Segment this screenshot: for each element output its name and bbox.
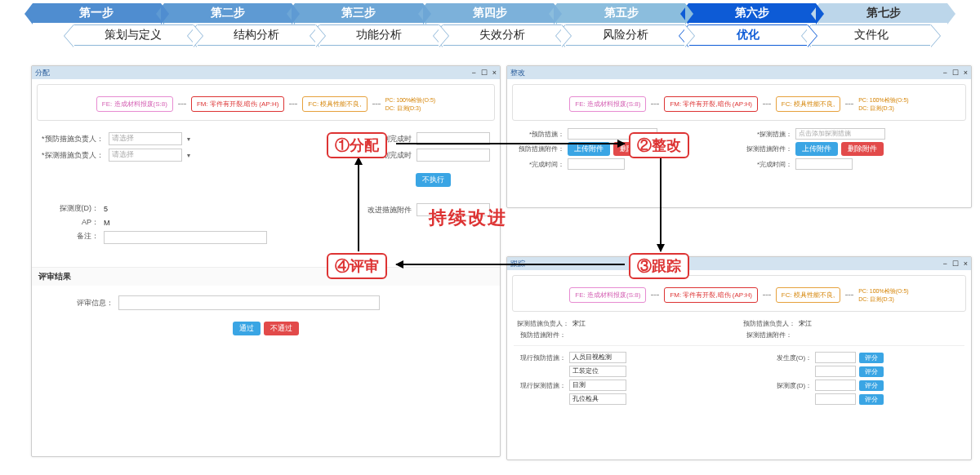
det-owner-label-c: 探测措施负责人：	[517, 319, 569, 328]
window-controls-c: − ☐ ×	[942, 260, 968, 268]
prev-owner-value: 宋江	[799, 319, 831, 328]
substep-7[interactable]: 文件化	[811, 24, 931, 46]
substep-6[interactable]: 优化	[688, 24, 808, 46]
substep-3[interactable]: 功能分析	[319, 24, 439, 46]
det-measure-input[interactable]: 点击添加探测措施	[795, 128, 885, 140]
cur-det-label: 现行探测措施：	[517, 381, 566, 390]
ap-label: AP：	[42, 217, 99, 228]
step-7[interactable]: 第七步	[819, 3, 947, 23]
upload-button[interactable]: 上传附件	[795, 142, 838, 156]
stage-2-label: ②整改	[629, 132, 689, 158]
detect-d-label: 探测度(D)：	[42, 203, 99, 214]
cur-det-val-0: 目测	[569, 380, 626, 391]
detect-d-value: 5	[104, 205, 136, 213]
cur-prev-val-0: 人员目视检测	[569, 352, 626, 363]
node-pc-dc: PC: 100%检验(O:5)DC: 目测(D:3)	[385, 96, 435, 111]
step-3[interactable]: 第三步	[295, 3, 423, 23]
improve-attach-label: 改进措施附件	[354, 205, 412, 215]
node-fm: FM: 零件有开裂,暗伤 (AP:H)	[191, 96, 284, 112]
cur-prev-label: 现行预防措施：	[517, 353, 566, 362]
det-d-input[interactable]	[815, 380, 856, 391]
done-time-label2: *完成时间：	[743, 160, 792, 169]
delete-button[interactable]: 删除附件	[841, 142, 884, 156]
eval-button-o1[interactable]: 评分	[859, 353, 884, 363]
node-fe: FE: 造成材料报废(S:8)	[569, 96, 646, 112]
minimize-icon[interactable]: −	[942, 260, 947, 268]
cur-prev-val-1: 工装定位	[569, 366, 626, 377]
arrow-1-2	[396, 143, 625, 144]
arrow-3-4	[396, 264, 625, 265]
step-nav-top: 第一步 第二步 第三步 第四步 第五步 第六步 第七步	[0, 0, 980, 23]
substep-4[interactable]: 失效分析	[443, 24, 563, 46]
pass-button[interactable]: 通过	[233, 322, 261, 335]
det-measure-label: *探测措施：	[743, 130, 792, 139]
step-4[interactable]: 第四步	[426, 3, 555, 23]
minimize-icon[interactable]: −	[942, 69, 947, 77]
panel-assign: 分配 − ☐ × FE: 造成材料报废(S:8) FM: 零件有开裂,暗伤 (A…	[31, 65, 501, 457]
stage-3-label: ③跟踪	[629, 253, 689, 279]
prev-owner-label: *预防措施负责人：	[42, 134, 104, 144]
review-result-header: 评审结果	[32, 267, 500, 286]
center-label: 持续改进	[429, 206, 507, 230]
substep-5[interactable]: 风险分析	[565, 24, 685, 46]
step-2[interactable]: 第二步	[164, 3, 292, 23]
eval-button-o2[interactable]: 评分	[859, 366, 884, 377]
node-fm: FM: 零件有开裂,暗伤 (AP:H)	[664, 96, 757, 112]
det-d-input2[interactable]	[815, 393, 856, 405]
det-owner-value: 宋江	[572, 319, 605, 328]
done-time-input[interactable]	[568, 158, 625, 170]
step-1[interactable]: 第一步	[33, 3, 161, 23]
prev-attach-label: 预防措施附件：	[515, 144, 564, 153]
prev-attach-label-c: 预防措施附件：	[517, 331, 566, 340]
arrow-4-1	[358, 158, 359, 251]
det-owner-select[interactable]: 请选择	[109, 149, 182, 162]
close-icon[interactable]: ×	[964, 260, 968, 268]
substep-2[interactable]: 结构分析	[197, 24, 317, 46]
stage-1-label: ①分配	[327, 132, 387, 158]
cur-det-val-1: 孔位检具	[569, 393, 626, 405]
minimize-icon[interactable]: −	[471, 69, 475, 77]
occ-o-input2[interactable]	[815, 366, 856, 377]
node-fe: FE: 造成材料报废(S:8)	[569, 287, 646, 303]
prev-owner-select[interactable]: 请选择	[109, 132, 182, 145]
maximize-icon[interactable]: ☐	[952, 69, 959, 77]
det-owner-label: *探测措施负责人：	[42, 150, 104, 161]
panel-assign-titlebar: 分配 − ☐ ×	[32, 66, 500, 79]
noexec-button[interactable]: 不执行	[416, 173, 451, 187]
node-fc: FC: 模具性能不良,	[302, 96, 367, 112]
node-fm: FM: 零件有开裂,暗伤 (AP:H)	[664, 287, 757, 303]
occ-o-input[interactable]	[815, 352, 856, 363]
det-attach-label-c: 探测措施附件：	[743, 331, 792, 340]
maximize-icon[interactable]: ☐	[481, 69, 488, 77]
failure-chain-b: FE: 造成材料报废(S:8) FM: 零件有开裂,暗伤 (AP:H) FC: …	[513, 85, 965, 120]
step-5[interactable]: 第五步	[557, 3, 685, 23]
close-icon[interactable]: ×	[492, 69, 497, 77]
remark-input[interactable]	[104, 231, 267, 244]
remark-label: 备注：	[42, 231, 99, 242]
close-icon[interactable]: ×	[964, 69, 968, 77]
panel-rectify: 整改 − ☐ × FE: 造成材料报废(S:8) FM: 零件有开裂,暗伤 (A…	[506, 65, 972, 208]
window-controls: − ☐ ×	[471, 69, 497, 77]
done-time-label: *完成时间：	[515, 160, 564, 169]
eval-button-d1[interactable]: 评分	[859, 380, 884, 391]
done-time-input2[interactable]	[795, 158, 853, 170]
prev-measure-label: *预防措施：	[515, 130, 564, 139]
failure-chain-a: FE: 造成材料报废(S:8) FM: 零件有开裂,暗伤 (AP:H) FC: …	[38, 85, 494, 120]
fail-button[interactable]: 不通过	[264, 322, 299, 335]
ap-value: M	[104, 219, 136, 227]
plan-date2-input[interactable]	[416, 149, 490, 162]
panel-track: 跟踪 − ☐ × FE: 造成材料报废(S:8) FM: 零件有开裂,暗伤 (A…	[506, 256, 972, 460]
node-pc-dc: PC: 100%检验(O:5)DC: 目测(D:3)	[858, 96, 908, 111]
node-fc: FC: 模具性能不良,	[776, 96, 840, 112]
det-attach-label: 探测措施附件：	[743, 144, 792, 153]
det-d-label: 探测度(D)：	[763, 381, 812, 390]
window-controls-b: − ☐ ×	[942, 69, 968, 77]
review-info-input[interactable]	[118, 295, 380, 310]
eval-button-d2[interactable]: 评分	[859, 394, 884, 405]
stage-4-label: ④评审	[327, 253, 387, 279]
maximize-icon[interactable]: ☐	[952, 260, 959, 268]
substep-1[interactable]: 策划与定义	[74, 24, 194, 46]
step-6[interactable]: 第六步	[688, 3, 817, 23]
occ-o-label: 发生度(O)：	[763, 353, 812, 362]
arrow-2-3	[660, 158, 662, 251]
